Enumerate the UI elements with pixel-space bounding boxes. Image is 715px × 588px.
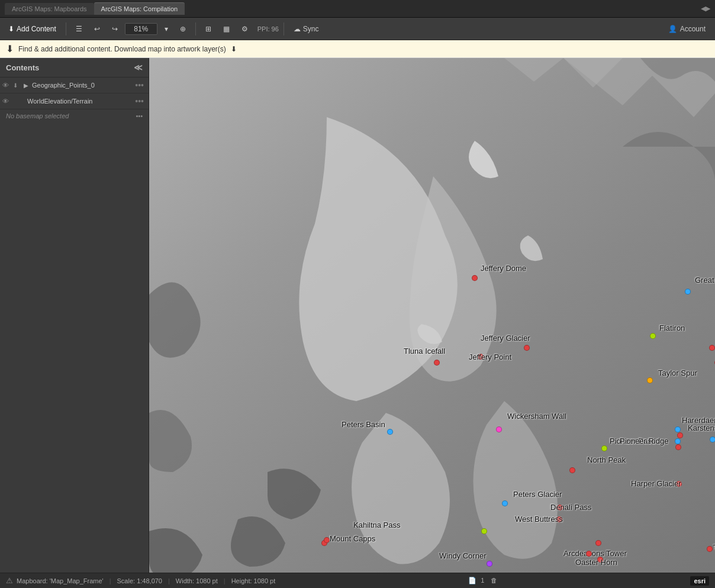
zoom-fit-button[interactable]: ⊕: [175, 22, 191, 35]
account-icon: 👤: [668, 25, 677, 33]
notification-bar: ⬇ Find & add additional content. Downloa…: [0, 40, 715, 58]
map-frame-button[interactable]: ⊞: [201, 22, 216, 35]
no-basemap-row[interactable]: No basemap selected •••: [0, 109, 149, 122]
window-controls-icon[interactable]: ◀▶: [701, 5, 710, 12]
layer-name-geo: Geographic_Points_0: [32, 82, 133, 89]
add-content-icon: ⬇: [8, 25, 14, 33]
layer-geo-points[interactable]: 👁 ⬇ ▶ Geographic_Points_0 •••: [0, 77, 149, 93]
grid-button[interactable]: ▦: [218, 22, 234, 35]
redo-button[interactable]: ↪: [107, 22, 123, 35]
tab-mapboards[interactable]: ArcGIS Maps: Mapboards: [5, 3, 94, 15]
sync-button[interactable]: ☁ Sync: [289, 22, 324, 35]
notification-icon: ⬇: [6, 43, 14, 54]
toolbar-separator-2: [195, 22, 196, 35]
settings-button[interactable]: ⚙: [237, 22, 253, 35]
tab-compilation[interactable]: ArcGIS Maps: Compilation: [94, 2, 185, 15]
toolbar-separator-1: [66, 22, 66, 35]
layer-expand-arrow-geo[interactable]: ▶: [24, 82, 30, 89]
gear-icon: ⚙: [241, 25, 248, 33]
page-number: 1: [481, 577, 484, 584]
list-icon: ☰: [76, 25, 82, 33]
sync-icon: ☁: [294, 25, 301, 33]
list-view-button[interactable]: ☰: [71, 22, 87, 35]
undo-icon: ↩: [94, 25, 100, 33]
add-content-button[interactable]: ⬇ Add Content: [4, 22, 61, 35]
trash-icon[interactable]: 🗑: [491, 577, 497, 584]
layer-download-icon[interactable]: ⬇: [13, 82, 21, 89]
main-area: Contents ≪ 👁 ⬇ ▶ Geographic_Points_0 •••…: [0, 58, 715, 573]
height-label: Height: 1080 pt: [231, 577, 276, 584]
download-icon[interactable]: ⬇: [231, 45, 237, 53]
zoom-input[interactable]: [125, 23, 157, 35]
status-right: 📄 1 🗑: [468, 577, 497, 584]
map-frame-icon: ⊞: [205, 25, 211, 33]
title-bar: ArcGIS Maps: Mapboards ArcGIS Maps: Comp…: [0, 0, 715, 18]
mapboard-label: Mapboard: 'Map_Map_Frame': [17, 577, 104, 584]
zoom-dropdown-button[interactable]: ▾: [160, 22, 173, 35]
warning-icon: ⚠: [6, 576, 13, 585]
no-basemap-more[interactable]: •••: [136, 112, 143, 119]
collapse-sidebar-button[interactable]: ≪: [134, 63, 143, 72]
notification-text: Find & add additional content. Download …: [18, 45, 226, 53]
zoom-icon: ⊕: [180, 25, 186, 33]
layer-visibility-toggle-elev[interactable]: 👁: [2, 98, 11, 105]
account-button[interactable]: 👤 Account: [662, 22, 711, 35]
status-bar: ⚠ Mapboard: 'Map_Map_Frame' | Scale: 1:4…: [0, 573, 715, 588]
layer-visibility-toggle-geo[interactable]: 👁: [2, 82, 11, 89]
contents-title: Contents: [6, 63, 39, 72]
undo-button[interactable]: ↩: [89, 22, 105, 35]
terrain-background: [149, 58, 715, 573]
page-icon: 📄: [468, 577, 476, 584]
grid-icon: ▦: [223, 25, 230, 33]
map-area[interactable]: Jeffery DomeJeffery GlacierTluna Icefall…: [149, 58, 715, 573]
toolbar-right: 👤 Account: [662, 22, 711, 35]
layer-name-elev: WorldElevation/Terrain: [27, 98, 133, 105]
esri-logo: esri: [690, 576, 709, 586]
layer-world-elevation[interactable]: 👁 WorldElevation/Terrain •••: [0, 93, 149, 109]
no-basemap-label: No basemap selected: [6, 112, 69, 119]
title-bar-right: ◀▶: [701, 5, 710, 12]
sidebar-header: Contents ≪: [0, 58, 149, 77]
layer-more-menu-geo[interactable]: •••: [135, 80, 144, 90]
width-label: Width: 1080 pt: [176, 577, 218, 584]
scale-label: Scale: 1:48,070: [117, 577, 162, 584]
chevron-down-icon: ▾: [165, 25, 168, 33]
toolbar-separator-3: [284, 22, 284, 35]
sidebar: Contents ≪ 👁 ⬇ ▶ Geographic_Points_0 •••…: [0, 58, 149, 573]
ppi-label: PPI: 96: [257, 25, 279, 33]
layer-more-menu-elev[interactable]: •••: [135, 96, 144, 106]
redo-icon: ↪: [112, 25, 118, 33]
toolbar: ⬇ Add Content ☰ ↩ ↪ ▾ ⊕ ⊞ ▦ ⚙ PPI: 96 ☁ …: [0, 18, 715, 40]
